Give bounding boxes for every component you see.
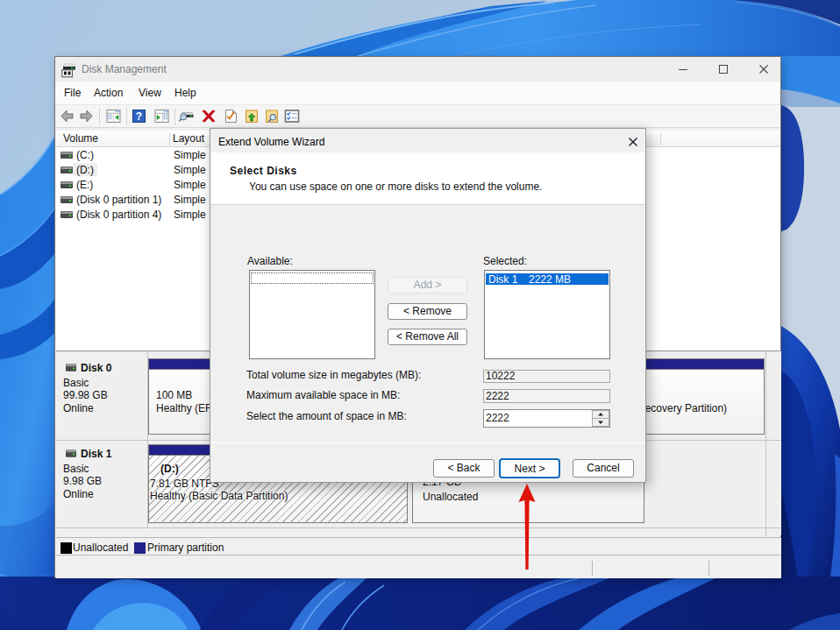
svg-text:?: ? [136, 110, 142, 123]
